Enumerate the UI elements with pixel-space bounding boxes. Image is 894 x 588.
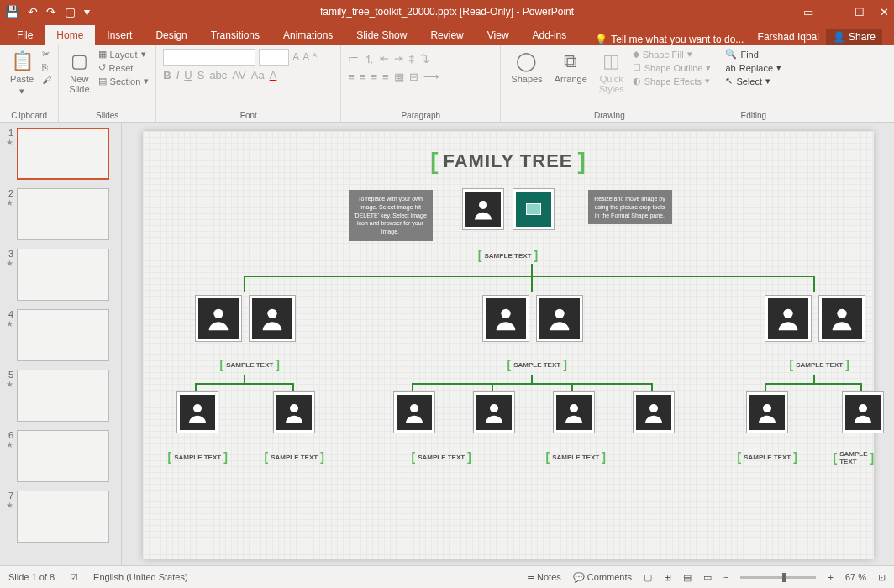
font-size-combo[interactable] (259, 49, 289, 66)
shape-fill-button[interactable]: ◆ Shape Fill ▾ (633, 49, 712, 60)
align-right-button[interactable]: ≡ (371, 71, 378, 83)
clear-format-icon[interactable]: ᴬ (313, 51, 317, 63)
text-direction-button[interactable]: ⇅ (420, 52, 429, 67)
case-button[interactable]: Aa (251, 69, 265, 81)
format-painter-button[interactable]: 🖌 (42, 75, 51, 85)
tip-right[interactable]: Resize and move image by using the pictu… (588, 190, 672, 224)
pair-2[interactable] (482, 295, 583, 342)
slide-content[interactable]: [ FAMILY TREE ] To replace with your own… (143, 131, 874, 559)
shape-effects-button[interactable]: ◐ Shape Effects ▾ (633, 76, 712, 87)
underline-button[interactable]: U (184, 69, 192, 81)
thumbnail-5[interactable] (17, 370, 109, 422)
pair-3-label[interactable]: [SAMPLE TEXT] (790, 358, 849, 371)
paste-button[interactable]: 📋Paste▾ (7, 49, 37, 98)
quick-styles-button[interactable]: ◫Quick Styles (596, 49, 628, 96)
bold-button[interactable]: B (163, 69, 171, 81)
zoom-in-button[interactable]: + (828, 572, 833, 582)
child-photo[interactable] (746, 391, 788, 433)
shadow-button[interactable]: abc (209, 69, 227, 81)
find-button[interactable]: 🔍 Find (725, 49, 781, 60)
ribbon-options-icon[interactable]: ▭ (803, 6, 813, 18)
thumbnail-3[interactable] (17, 249, 109, 301)
child-label[interactable]: [SAMPLE TEXT] (412, 450, 471, 464)
thumbnail-4[interactable] (17, 309, 109, 361)
tab-animations[interactable]: Animations (271, 25, 344, 45)
indent-inc-button[interactable]: ⇥ (394, 52, 403, 67)
thumbnail-7[interactable] (17, 491, 109, 543)
zoom-out-button[interactable]: − (723, 572, 728, 582)
align-center-button[interactable]: ≡ (360, 71, 366, 83)
replace-button[interactable]: ab Replace ▾ (725, 62, 781, 73)
slide-canvas[interactable]: [ FAMILY TREE ] To replace with your own… (122, 123, 894, 565)
shapes-button[interactable]: ◯Shapes (507, 49, 545, 86)
tab-design[interactable]: Design (144, 25, 198, 45)
font-color-button[interactable]: A (270, 69, 277, 81)
slide-counter[interactable]: Slide 1 of 8 (8, 572, 55, 582)
tell-me-search[interactable]: 💡 Tell me what you want to do... (595, 34, 744, 45)
tip-left[interactable]: To replace with your own image. Select i… (349, 190, 433, 241)
language-status[interactable]: English (United States) (93, 572, 188, 582)
thumbnail-2[interactable] (17, 188, 109, 240)
undo-icon[interactable]: ↶ (28, 5, 38, 18)
close-icon[interactable]: ✕ (880, 6, 889, 18)
indent-dec-button[interactable]: ⇤ (380, 52, 389, 67)
child-label[interactable]: [SAMPLE TEXT] (546, 450, 606, 464)
sorter-view-icon[interactable]: ⊞ (664, 572, 671, 583)
tab-home[interactable]: Home (45, 25, 95, 45)
zoom-slider[interactable] (740, 576, 816, 579)
line-spacing-button[interactable]: ‡ (408, 52, 414, 67)
tab-file[interactable]: File (5, 25, 45, 45)
thumbnail-1[interactable] (17, 128, 109, 180)
slideshow-icon[interactable]: ▢ (65, 5, 76, 18)
new-slide-button[interactable]: ▢New Slide (66, 49, 92, 96)
pair-3[interactable] (765, 295, 865, 342)
tab-addins[interactable]: Add-ins (521, 25, 579, 45)
font-name-combo[interactable] (163, 49, 255, 66)
normal-view-icon[interactable]: ▢ (644, 572, 652, 583)
share-button[interactable]: 👤 Share (826, 29, 882, 45)
slide-title[interactable]: [ FAMILY TREE ] (430, 148, 586, 175)
child-photo[interactable] (553, 391, 595, 433)
child-photo[interactable] (473, 391, 515, 433)
section-button[interactable]: ▤ Section ▾ (98, 76, 150, 87)
child-photo[interactable] (633, 391, 675, 433)
child-label[interactable]: [SAMPLE TEXT] (168, 450, 228, 464)
child-photo[interactable] (176, 391, 218, 433)
bullets-button[interactable]: ≔ (348, 52, 359, 67)
reset-button[interactable]: ↺ Reset (98, 62, 150, 73)
arrange-button[interactable]: ⧉Arrange (551, 49, 591, 86)
zoom-level[interactable]: 67 % (845, 572, 866, 582)
pair-1[interactable] (195, 295, 296, 342)
align-left-button[interactable]: ≡ (348, 71, 355, 83)
pair-2-label[interactable]: [SAMPLE TEXT] (507, 358, 567, 371)
columns-button[interactable]: ▦ (394, 71, 404, 83)
italic-button[interactable]: I (176, 69, 180, 81)
copy-button[interactable]: ⎘ (42, 62, 51, 72)
strike-button[interactable]: S (197, 69, 205, 81)
maximize-icon[interactable]: ☐ (855, 6, 865, 18)
reading-view-icon[interactable]: ▤ (683, 572, 692, 583)
comments-button[interactable]: 💬 Comments (573, 572, 632, 583)
cut-button[interactable]: ✂ (42, 49, 51, 60)
spell-check-icon[interactable]: ☑ (70, 572, 78, 583)
shrink-font-icon[interactable]: A (302, 51, 309, 63)
justify-button[interactable]: ≡ (382, 71, 389, 83)
child-photo[interactable] (393, 391, 435, 433)
child-label[interactable]: [SAMPLE TEXT] (738, 450, 797, 464)
child-label[interactable]: [SAMPLE TEXT] (834, 450, 875, 465)
numbering-button[interactable]: ⒈ (364, 52, 375, 67)
fit-window-icon[interactable]: ⊡ (878, 572, 886, 583)
slideshow-view-icon[interactable]: ▭ (703, 572, 712, 583)
align-text-button[interactable]: ⊟ (409, 71, 418, 83)
smartart-button[interactable]: ⟶ (423, 71, 439, 83)
child-photo[interactable] (273, 391, 315, 433)
photo-placeholder[interactable] (462, 188, 504, 230)
tab-slideshow[interactable]: Slide Show (344, 25, 418, 45)
spacing-button[interactable]: AV (232, 69, 245, 81)
tab-insert[interactable]: Insert (95, 25, 144, 45)
notes-button[interactable]: ≣ Notes (527, 572, 561, 583)
top-photo-pair[interactable] (462, 188, 555, 230)
thumbnail-6[interactable] (17, 430, 109, 482)
shape-outline-button[interactable]: ☐ Shape Outline ▾ (633, 62, 712, 73)
minimize-icon[interactable]: — (828, 6, 839, 18)
